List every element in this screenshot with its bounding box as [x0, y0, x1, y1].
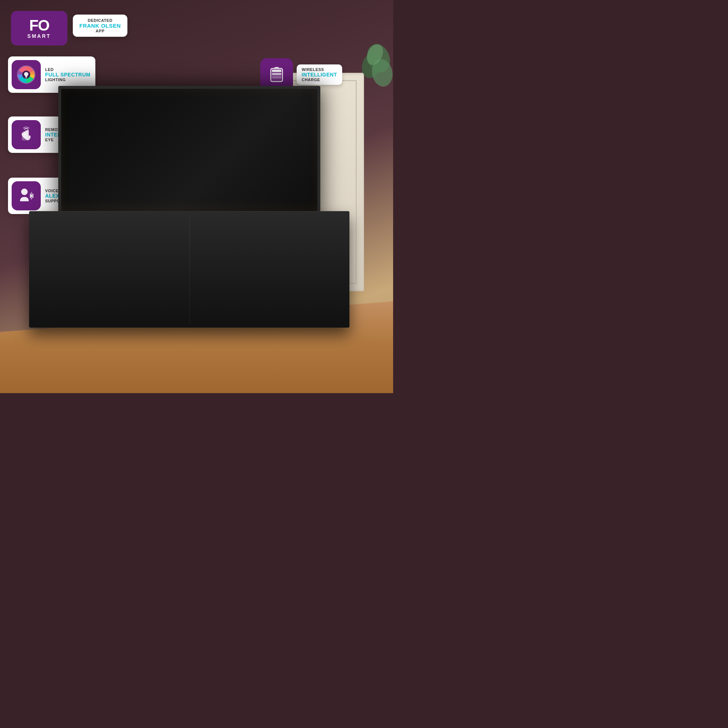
svg-rect-13: [33, 194, 34, 198]
svg-point-5: [24, 133, 26, 135]
app-badge: DEDICATED FRANK OLSEN APP: [73, 15, 127, 37]
svg-rect-17: [272, 73, 281, 75]
wireless-line3: CHARGE: [302, 78, 337, 82]
remote-icon-box: [12, 120, 41, 149]
svg-rect-3: [26, 78, 27, 78]
fo-text-small: SMART: [27, 33, 51, 39]
voice-icon-box: [12, 181, 41, 210]
battery-icon: [267, 65, 286, 84]
led-line1: LED: [45, 67, 90, 72]
led-line2: FULL SPECTRUM: [45, 72, 90, 78]
led-feature-text: LED FULL SPECTRUM LIGHTING: [45, 67, 90, 82]
cabinet-divider: [189, 215, 190, 324]
wireless-line1: WIRELESS: [302, 67, 337, 72]
wireless-text-badge: WIRELESS INTELLIGENT CHARGE: [297, 64, 342, 85]
tv-cabinet: [29, 211, 349, 327]
wireless-line2: INTELLIGENT: [302, 72, 337, 78]
app-line2: FRANK OLSEN: [80, 23, 121, 29]
svg-rect-16: [272, 70, 281, 72]
svg-point-10: [21, 188, 28, 195]
voice-icon: [16, 186, 36, 206]
led-line3: LIGHTING: [45, 78, 90, 82]
svg-rect-18: [272, 76, 281, 79]
svg-rect-8: [23, 137, 24, 138]
svg-rect-9: [25, 137, 26, 138]
led-icon: [16, 65, 36, 84]
svg-rect-12: [31, 194, 32, 197]
fo-smart-logo: FO SMART: [11, 11, 67, 46]
svg-rect-2: [26, 77, 27, 78]
tv-screen: [58, 86, 320, 224]
decorative-plant: [357, 37, 393, 109]
svg-rect-7: [25, 135, 26, 136]
app-line3: APP: [80, 29, 121, 33]
svg-rect-6: [23, 135, 24, 136]
led-icon-box: [12, 60, 41, 89]
app-line1: DEDICATED: [80, 18, 121, 23]
svg-rect-11: [30, 195, 31, 197]
plant-svg: [357, 37, 393, 109]
svg-rect-19: [272, 80, 281, 80]
remote-icon: [16, 125, 36, 145]
fo-text-large: FO: [29, 18, 49, 33]
